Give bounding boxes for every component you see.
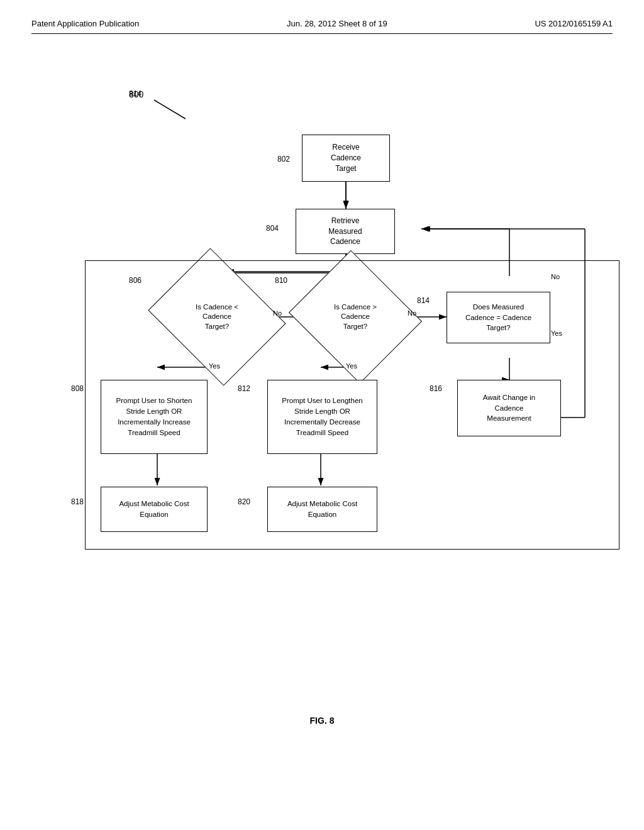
node-810-text: Is Cadence >CadenceTarget? [334, 302, 377, 332]
header-center: Jun. 28, 2012 Sheet 8 of 19 [287, 19, 387, 28]
page-header: Patent Application Publication Jun. 28, … [31, 19, 613, 34]
node-802: 802 Receive Cadence Target [302, 135, 390, 182]
node-804: 804 Retrieve Measured Cadence [296, 209, 395, 254]
header-left: Patent Application Publication [31, 19, 139, 28]
label-802: 802 [277, 154, 290, 165]
node-804-text: Retrieve Measured Cadence [328, 216, 362, 246]
page: Patent Application Publication Jun. 28, … [0, 0, 644, 830]
diagram-800-label: 800 [129, 89, 143, 99]
figure-label: FIG. 8 [31, 716, 613, 726]
header-right: US 2012/0165159 A1 [535, 19, 613, 28]
svg-line-3 [154, 100, 186, 119]
label-804: 804 [266, 223, 279, 234]
node-806-text: Is Cadence <CadenceTarget? [196, 302, 238, 332]
label-808: 808 [71, 384, 84, 394]
node-802-text: Receive Cadence Target [331, 143, 361, 173]
diagram-area: 814 800 802 Receive Cadence Target 804 R… [31, 47, 613, 738]
label-818: 818 [71, 497, 84, 507]
